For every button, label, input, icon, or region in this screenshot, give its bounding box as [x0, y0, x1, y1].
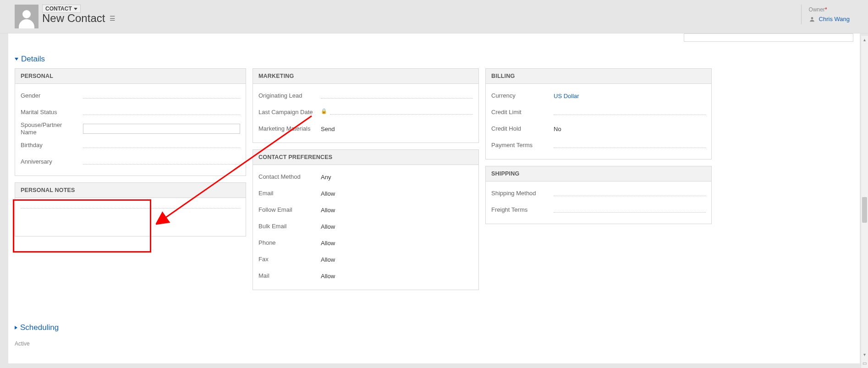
- field-originating-lead[interactable]: [321, 93, 473, 99]
- vertical-scrollbar[interactable]: ▴ ▾: [861, 36, 868, 358]
- field-anniversary[interactable]: [83, 159, 240, 165]
- flyout-menu-icon[interactable]: ☰: [110, 15, 115, 22]
- footer-active-label: Active: [15, 341, 853, 347]
- svg-point-0: [811, 17, 813, 19]
- owner-label: Owner*: [809, 6, 850, 13]
- header-auxiliary-box: [684, 33, 853, 42]
- panel-marketing: MARKETING Originating Lead Last Campaign…: [253, 68, 479, 143]
- label-freight-terms: Freight Terms: [491, 206, 550, 214]
- label-spouse: Spouse/Partner Name: [21, 121, 79, 136]
- label-email: Email: [258, 190, 317, 197]
- scroll-down-icon[interactable]: ▾: [861, 351, 868, 358]
- panel-header-personal: PERSONAL: [15, 69, 246, 84]
- label-gender: Gender: [21, 92, 79, 99]
- panel-header-contact-preferences: CONTACT PREFERENCES: [253, 150, 478, 165]
- label-anniversary: Anniversary: [21, 158, 79, 165]
- label-bulk-email: Bulk Email: [258, 223, 317, 230]
- section-toggle-scheduling[interactable]: Scheduling: [15, 302, 853, 332]
- contact-avatar: [15, 5, 38, 28]
- panel-header-personal-notes: PERSONAL NOTES: [15, 183, 246, 198]
- triangle-right-icon: [15, 326, 17, 330]
- panel-header-billing: BILLING: [486, 69, 711, 84]
- person-icon: [809, 16, 815, 22]
- input-spouse-name[interactable]: [83, 124, 240, 134]
- field-marital-status[interactable]: [83, 110, 240, 115]
- panel-header-marketing: MARKETING: [253, 69, 478, 84]
- field-email[interactable]: Allow: [321, 190, 473, 197]
- form-page: Details PERSONAL Gender Marital Status S…: [8, 33, 860, 363]
- field-shipping-method[interactable]: [554, 191, 706, 196]
- field-mail[interactable]: Allow: [321, 273, 473, 280]
- label-mail: Mail: [258, 272, 317, 280]
- field-payment-terms[interactable]: [554, 143, 706, 148]
- panel-header-shipping: SHIPPING: [486, 166, 711, 181]
- field-credit-hold[interactable]: No: [554, 126, 706, 132]
- scroll-up-icon[interactable]: ▴: [861, 36, 868, 43]
- panel-shipping: SHIPPING Shipping Method Freight Terms: [485, 166, 712, 224]
- panel-contact-preferences: CONTACT PREFERENCES Contact Method Any E…: [253, 149, 479, 290]
- label-follow-email: Follow Email: [258, 206, 317, 214]
- label-shipping-method: Shipping Method: [491, 190, 550, 197]
- caret-down-icon: [74, 8, 77, 10]
- label-birthday: Birthday: [21, 142, 79, 149]
- label-contact-method: Contact Method: [258, 173, 317, 181]
- label-marketing-materials: Marketing Materials: [258, 125, 317, 132]
- label-payment-terms: Payment Terms: [491, 142, 550, 149]
- owner-block: Owner* Chris Wang: [801, 5, 854, 24]
- triangle-down-icon: [15, 58, 18, 60]
- field-currency[interactable]: US Dollar: [554, 93, 579, 99]
- panel-personal: PERSONAL Gender Marital Status Spouse/Pa…: [15, 68, 246, 176]
- label-originating-lead: Originating Lead: [258, 92, 317, 99]
- field-birthday[interactable]: [83, 143, 240, 148]
- field-gender[interactable]: [83, 93, 240, 99]
- field-freight-terms[interactable]: [554, 208, 706, 213]
- owner-link[interactable]: Chris Wang: [819, 16, 850, 22]
- field-bulk-email[interactable]: Allow: [321, 223, 473, 230]
- field-marketing-materials[interactable]: Send: [321, 126, 473, 132]
- field-last-campaign: 🔒: [321, 110, 473, 115]
- section-label-scheduling: Scheduling: [20, 323, 59, 332]
- field-fax[interactable]: Allow: [321, 256, 473, 263]
- label-last-campaign: Last Campaign Date: [258, 109, 317, 116]
- label-credit-hold: Credit Hold: [491, 125, 550, 132]
- label-marital-status: Marital Status: [21, 109, 79, 116]
- field-follow-email[interactable]: Allow: [321, 207, 473, 214]
- label-currency: Currency: [491, 92, 550, 99]
- panel-personal-notes: PERSONAL NOTES: [15, 182, 246, 236]
- scroll-thumb[interactable]: [862, 197, 867, 223]
- form-header: CONTACT New Contact ☰ Owner* Chris Wang: [0, 0, 868, 33]
- section-label-details: Details: [21, 55, 45, 64]
- label-credit-limit: Credit Limit: [491, 109, 550, 116]
- field-credit-limit[interactable]: [554, 110, 706, 115]
- lock-icon: 🔒: [321, 108, 327, 114]
- label-fax: Fax: [258, 256, 317, 263]
- field-contact-method[interactable]: Any: [321, 174, 473, 181]
- scroll-corner: ▭: [861, 358, 868, 363]
- page-title: New Contact: [42, 12, 105, 25]
- entity-type-label: CONTACT: [45, 5, 72, 12]
- field-personal-notes[interactable]: [21, 208, 240, 209]
- label-phone: Phone: [258, 239, 317, 247]
- field-phone[interactable]: Allow: [321, 240, 473, 247]
- panel-billing: BILLING Currency US Dollar Credit Limit …: [485, 68, 712, 159]
